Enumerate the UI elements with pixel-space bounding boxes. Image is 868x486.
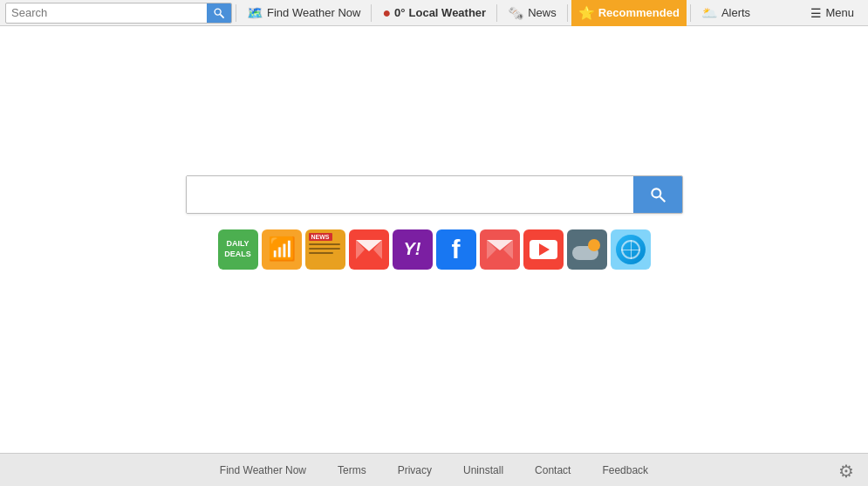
divider-4 [567, 4, 568, 22]
app-icon-mail[interactable] [480, 229, 520, 270]
nav-local-weather[interactable]: ● 0° Local Weather [375, 0, 493, 26]
svg-point-2 [652, 188, 660, 197]
top-search-bar [5, 3, 232, 24]
nav-menu-label: Menu [825, 6, 854, 19]
center-search-button[interactable] [633, 175, 682, 214]
youtube-play-triangle [539, 243, 550, 256]
settings-gear-icon[interactable]: ⚙ [838, 461, 858, 480]
alerts-icon: 🌥️ [701, 5, 718, 21]
nav-recommended-label: Recommended [598, 6, 680, 19]
kindle-icon: 📶 [268, 236, 296, 263]
footer: Find Weather Now Terms Privacy Uninstall… [0, 453, 868, 486]
app-icon-daily-deals[interactable]: DAILYDEALS [218, 229, 258, 270]
app-icon-yahoo[interactable]: Y! [393, 229, 433, 270]
footer-terms[interactable]: Terms [322, 464, 382, 476]
app-icon-youtube[interactable] [523, 229, 564, 270]
center-search-bar [186, 175, 683, 214]
news-line-1 [309, 243, 340, 245]
temp-dot-icon: ● [382, 5, 391, 21]
app-icon-web[interactable] [611, 229, 651, 270]
divider-3 [496, 4, 497, 22]
top-search-button[interactable] [207, 3, 231, 24]
footer-uninstall[interactable]: Uninstall [448, 464, 519, 476]
nav-alerts-label: Alerts [721, 6, 750, 19]
nav-local-weather-label: Local Weather [409, 6, 487, 19]
divider-1 [236, 4, 236, 22]
app-icon-news[interactable]: NEWS [305, 229, 345, 270]
divider-2 [371, 4, 372, 22]
navbar: 🗺️ Find Weather Now ● 0° Local Weather 🗞… [0, 0, 868, 26]
nav-weather-label: Find Weather Now [267, 6, 360, 19]
daily-deals-label: DAILYDEALS [224, 239, 251, 259]
center-search-input[interactable] [187, 176, 633, 213]
search-icon [213, 7, 225, 19]
news-line-2 [309, 248, 340, 250]
center-search-area: DAILYDEALS 📶 NEWS [186, 175, 683, 270]
footer-feedback[interactable]: Feedback [586, 464, 664, 476]
main-content: DAILYDEALS 📶 NEWS [0, 26, 868, 453]
footer-privacy[interactable]: Privacy [382, 464, 448, 476]
mail-envelope-icon [487, 240, 513, 259]
app-icon-kindle[interactable]: 📶 [262, 229, 302, 270]
footer-find-weather[interactable]: Find Weather Now [204, 464, 322, 476]
hamburger-icon: ☰ [810, 6, 822, 20]
star-icon: ⭐ [578, 5, 595, 21]
nav-news-label: News [528, 6, 557, 19]
globe-icon [616, 235, 646, 264]
news-line-3 [309, 252, 333, 254]
footer-contact[interactable]: Contact [519, 464, 586, 476]
svg-line-1 [220, 14, 223, 17]
nav-recommended[interactable]: ⭐ Recommended [571, 0, 687, 26]
gmail-envelope-icon [356, 240, 382, 259]
nav-alerts[interactable]: 🌥️ Alerts [694, 0, 757, 26]
news-badge: NEWS [309, 233, 332, 241]
nav-temp: 0° [394, 6, 405, 19]
top-search-input[interactable] [6, 3, 207, 23]
nav-news[interactable]: 🗞️ News [501, 0, 564, 26]
nav-menu[interactable]: ☰ Menu [802, 0, 863, 26]
svg-line-3 [660, 196, 665, 202]
facebook-f-icon: f [452, 235, 461, 264]
globe-inner [621, 240, 640, 259]
nav-find-weather[interactable]: 🗺️ Find Weather Now [240, 0, 367, 26]
youtube-player-icon [530, 240, 557, 259]
center-search-icon [649, 186, 666, 203]
divider-5 [690, 4, 691, 22]
news-icon: 🗞️ [508, 5, 524, 21]
svg-point-0 [215, 9, 221, 15]
weather-cloud-icon [572, 237, 602, 262]
app-icon-weather[interactable] [567, 229, 607, 270]
yahoo-label: Y! [404, 239, 421, 259]
app-icon-gmail[interactable] [349, 229, 389, 270]
app-icon-facebook[interactable]: f [436, 229, 476, 270]
app-icons-row: DAILYDEALS 📶 NEWS [218, 229, 651, 270]
weather-map-icon: 🗺️ [247, 5, 263, 21]
